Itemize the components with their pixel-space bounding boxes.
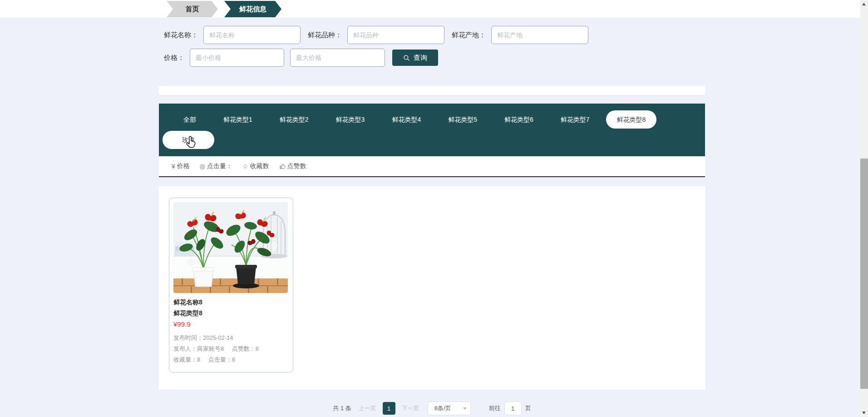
sort-by-favorites[interactable]: ☆ 收藏数 [242, 162, 269, 170]
sort-by-clicks[interactable]: ◎ 点击量： [200, 162, 232, 170]
likes-count: 点赞数：8 [232, 345, 259, 352]
product-image[interactable] [173, 202, 288, 293]
flower-variety-label: 鲜花品种： [308, 31, 342, 40]
flower-origin-label: 鲜花产地： [452, 31, 486, 40]
chevron-down-icon [463, 407, 467, 410]
sort-bar: ¥ 价格 ◎ 点击量： ☆ 收藏数 点赞数 [159, 156, 705, 177]
divider-strip [159, 86, 705, 95]
page-size-value: 8条/页 [434, 404, 451, 412]
product-type: 鲜花类型8 [173, 308, 289, 318]
product-list-panel: 鲜花名称8 鲜花类型8 ¥99.9 发布时间：2025-02-14 发布人：商家… [159, 186, 705, 390]
search-button[interactable]: 查询 [392, 50, 438, 66]
category-tab-6[interactable]: 鲜花类型6 [493, 110, 544, 129]
category-tab-4[interactable]: 鲜花类型4 [381, 110, 432, 129]
star-icon: ☆ [242, 163, 248, 170]
scrollbar-thumb[interactable] [860, 159, 868, 389]
category-tab-7[interactable]: 鲜花类型7 [550, 110, 601, 129]
sort-by-likes[interactable]: 点赞数 [279, 162, 306, 170]
subcategory-row: 玫瑰 [159, 131, 705, 149]
category-tab-3[interactable]: 鲜花类型3 [325, 110, 376, 129]
product-card[interactable]: 鲜花名称8 鲜花类型8 ¥99.9 发布时间：2025-02-14 发布人：商家… [169, 198, 293, 372]
price-max-input[interactable] [290, 49, 385, 67]
category-panel: 全部 鲜花类型1 鲜花类型2 鲜花类型3 鲜花类型4 鲜花类型5 鲜花类型6 鲜… [159, 104, 705, 156]
stats-line: 收藏量：8 点击量：8 [173, 354, 289, 365]
pagination-total: 共 1 条 [333, 404, 351, 412]
publish-time-line: 发布时间：2025-02-14 [173, 333, 289, 343]
category-tab-2[interactable]: 鲜花类型2 [269, 110, 320, 129]
view-icon: ◎ [200, 163, 205, 170]
top-bar: 首页 鲜花信息 [0, 0, 868, 18]
category-tab-8-active[interactable]: 鲜花类型8 [606, 110, 657, 129]
publish-time-value: 2025-02-14 [203, 334, 233, 341]
sort-likes-label: 点赞数 [287, 162, 306, 170]
price-min-input[interactable] [190, 49, 284, 67]
prev-page-button[interactable]: 上一页 [359, 404, 376, 412]
page-size-select[interactable]: 8条/页 [428, 402, 471, 415]
product-name: 鲜花名称8 [173, 298, 289, 307]
category-tab-5[interactable]: 鲜花类型5 [437, 110, 488, 129]
sort-clicks-label: 点击量： [207, 162, 232, 170]
breadcrumb-current[interactable]: 鲜花信息 [224, 1, 281, 17]
clicks-count: 点击量：8 [208, 356, 235, 363]
search-form-row-2: 价格： 查询 [159, 49, 705, 67]
publisher-line: 发布人：商家账号8 点赞数：8 [173, 343, 289, 354]
flower-variety-input[interactable] [347, 26, 444, 44]
goto-suffix: 页 [525, 404, 531, 412]
flower-name-label: 鲜花名称： [164, 31, 198, 40]
scroll-down-arrow-icon[interactable] [862, 412, 866, 414]
thumbs-up-icon [279, 163, 286, 169]
flower-origin-input[interactable] [491, 26, 588, 44]
pagination: 共 1 条 上一页 1 下一页 8条/页 前往 页 [159, 402, 705, 415]
sort-favorites-label: 收藏数 [250, 162, 269, 170]
search-form-row-1: 鲜花名称： 鲜花品种： 鲜花产地： [159, 18, 705, 44]
yen-icon: ¥ [172, 163, 175, 170]
price-label: 价格： [164, 54, 184, 62]
sort-by-price[interactable]: ¥ 价格 [172, 162, 190, 170]
next-page-button[interactable]: 下一页 [402, 404, 419, 412]
product-meta: 发布时间：2025-02-14 发布人：商家账号8 点赞数：8 收藏量：8 点击… [173, 333, 289, 368]
search-icon [403, 55, 410, 61]
sort-price-label: 价格 [177, 162, 190, 170]
price-value: 99.9 [177, 320, 190, 328]
page-number-1[interactable]: 1 [383, 402, 395, 415]
product-price: ¥99.9 [173, 320, 289, 329]
publish-time-label: 发布时间： [173, 334, 203, 341]
goto-label: 前往 [489, 404, 501, 412]
breadcrumb: 首页 鲜花信息 [0, 0, 868, 17]
category-tab-1[interactable]: 鲜花类型1 [212, 110, 263, 129]
search-button-label: 查询 [414, 54, 427, 62]
category-tabs: 全部 鲜花类型1 鲜花类型2 鲜花类型3 鲜花类型4 鲜花类型5 鲜花类型6 鲜… [159, 110, 705, 129]
scrollbar[interactable] [860, 0, 868, 417]
flower-name-input[interactable] [203, 26, 301, 44]
category-tab-all[interactable]: 全部 [173, 110, 207, 129]
scroll-up-arrow-icon[interactable] [862, 3, 866, 5]
publisher: 发布人：商家账号8 [173, 345, 224, 352]
breadcrumb-home[interactable]: 首页 [167, 1, 218, 17]
favorites-count: 收藏量：8 [173, 356, 200, 363]
goto-page-input[interactable] [504, 402, 522, 415]
subcategory-tab-rose[interactable]: 玫瑰 [163, 131, 214, 149]
